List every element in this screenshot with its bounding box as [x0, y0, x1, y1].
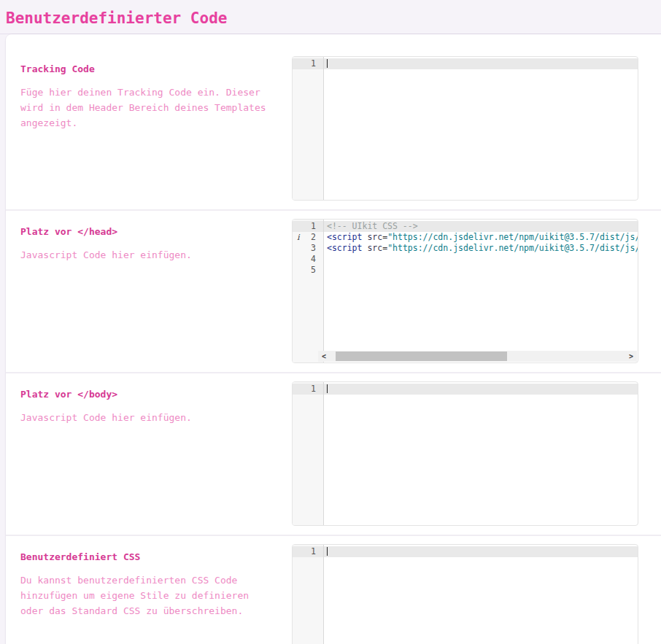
code-line-content: <!-- UIkit CSS -->	[324, 221, 638, 232]
code-line-content: <script src="https://cdn.jsdelivr.net/np…	[324, 232, 638, 243]
code-line-content	[324, 384, 638, 395]
gutter-divider	[323, 382, 324, 525]
section-info: Benutzerdefiniert CSS Du kannst benutzer…	[6, 544, 292, 644]
section-info: Platz vor </head> Javascript Code hier e…	[6, 219, 292, 363]
gutter-divider	[323, 220, 324, 362]
horizontal-scrollbar[interactable]: <>	[318, 351, 637, 362]
line-number: 1	[293, 58, 324, 69]
code-line-content	[324, 265, 638, 276]
text-cursor	[327, 59, 328, 68]
tracking-code-editor[interactable]: 1	[292, 56, 638, 201]
section-heading: Platz vor </head>	[20, 226, 276, 237]
text-cursor	[327, 547, 328, 556]
code-line-content	[324, 254, 638, 265]
section-tracking-code: Tracking Code Füge hier deinen Tracking …	[6, 48, 661, 209]
scroll-right-arrow-icon[interactable]: >	[625, 351, 637, 362]
section-info: Tracking Code Füge hier deinen Tracking …	[6, 56, 292, 201]
line-number-gutter	[293, 57, 323, 200]
code-line: 3<script src="https://cdn.jsdelivr.net/n…	[293, 243, 638, 254]
settings-card: Tracking Code Füge hier deinen Tracking …	[6, 34, 661, 644]
code-line: 1	[293, 58, 638, 69]
scroll-left-arrow-icon[interactable]: <	[318, 351, 330, 362]
before-body-code-editor[interactable]: 1	[292, 381, 638, 526]
page-title: Benutzerdefinierter Code	[6, 9, 661, 27]
text-cursor	[327, 384, 328, 393]
code-lines: 1	[293, 57, 638, 69]
section-heading: Tracking Code	[20, 63, 276, 74]
line-number: i2	[293, 232, 324, 243]
scrollbar-thumb[interactable]	[336, 352, 507, 361]
line-number: 1	[293, 384, 324, 395]
line-number: 3	[293, 243, 324, 254]
section-before-body: Platz vor </body> Javascript Code hier e…	[6, 372, 661, 535]
code-line: 1<!-- UIkit CSS -->	[293, 221, 638, 232]
section-description: Füge hier deinen Tracking Code ein. Dies…	[20, 85, 276, 131]
section-description: Du kannst benutzerdefinierten CSS Code h…	[20, 573, 276, 618]
section-description: Javascript Code hier einfügen.	[20, 247, 276, 263]
page-header: Benutzerdefinierter Code	[0, 0, 661, 34]
code-line-content	[324, 58, 638, 69]
code-line: 5	[293, 265, 638, 276]
gutter-divider	[323, 545, 324, 644]
custom-code-page: Benutzerdefinierter Code Tracking Code F…	[0, 0, 661, 644]
line-number: 1	[293, 546, 324, 557]
line-number-gutter	[293, 382, 323, 525]
code-line: 4	[293, 254, 638, 265]
line-number: 5	[293, 265, 324, 276]
code-lines: 1<!-- UIkit CSS -->i2<script src="https:…	[293, 220, 638, 276]
section-heading: Platz vor </body>	[20, 389, 276, 400]
code-line: 1	[293, 546, 638, 557]
line-number: 4	[293, 254, 324, 265]
code-line: i2<script src="https://cdn.jsdelivr.net/…	[293, 232, 638, 243]
scrollbar-track[interactable]	[330, 351, 625, 362]
code-line: 1	[293, 384, 638, 395]
custom-css-code-editor[interactable]: 1	[292, 544, 638, 644]
code-lines: 1	[293, 545, 638, 557]
line-number-gutter	[293, 545, 323, 644]
code-line-content	[324, 546, 638, 557]
lint-info-marker: i	[297, 232, 300, 243]
code-line-content: <script src="https://cdn.jsdelivr.net/np…	[324, 243, 638, 254]
code-lines: 1	[293, 382, 638, 395]
section-before-head: Platz vor </head> Javascript Code hier e…	[6, 209, 661, 372]
section-heading: Benutzerdefiniert CSS	[20, 551, 276, 562]
gutter-divider	[323, 57, 324, 200]
line-number: 1	[293, 221, 324, 232]
section-custom-css: Benutzerdefiniert CSS Du kannst benutzer…	[6, 535, 661, 644]
section-description: Javascript Code hier einfügen.	[20, 410, 276, 425]
before-head-code-editor[interactable]: 1<!-- UIkit CSS -->i2<script src="https:…	[292, 219, 638, 363]
section-info: Platz vor </body> Javascript Code hier e…	[6, 381, 292, 526]
